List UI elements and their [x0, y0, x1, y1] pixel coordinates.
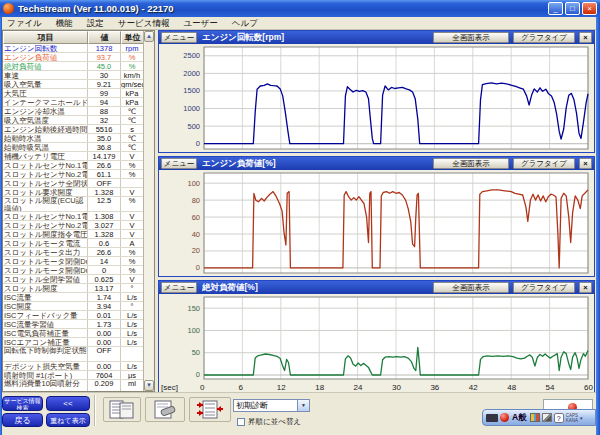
table-row[interactable]: スロットルセンサNo.2電圧3.027V: [3, 221, 144, 230]
scroll-up-icon[interactable]: ▲: [144, 31, 154, 42]
table-row[interactable]: ISC流量1.74L/s: [3, 293, 144, 302]
table-row[interactable]: ISC流量学習値1.73L/s: [3, 320, 144, 329]
table-row[interactable]: スロットル開度13.17°: [3, 284, 144, 293]
column-header-item[interactable]: 項目: [3, 31, 88, 44]
table-row[interactable]: スロットル開度(ECU認識値)12.5%: [3, 197, 144, 212]
row-label: スロットルモータ開側Duty比: [3, 266, 88, 274]
column-header-unit[interactable]: 単位: [121, 31, 144, 44]
row-value: 94: [88, 98, 121, 106]
diagnosis-mode-select[interactable]: 初期診断 ▼: [233, 399, 310, 412]
table-row[interactable]: スロットル要求開度1.328V: [3, 188, 144, 197]
table-row[interactable]: スロットルセンサNo.1電圧比26.6%: [3, 161, 144, 170]
ime-language-bar: A般 ? CAPS KANA ▾: [482, 409, 596, 426]
column-header-value[interactable]: 値: [88, 31, 121, 44]
menu-item-5[interactable]: ヘルプ: [225, 17, 265, 30]
table-row[interactable]: 吸入空気量9.21gm/sec: [3, 80, 144, 89]
svg-text:1000: 1000: [183, 104, 200, 113]
svg-text:60: 60: [192, 213, 200, 222]
minimize-button[interactable]: _: [548, 2, 563, 15]
table-row[interactable]: エンジン始動後経過時間5516s: [3, 125, 144, 134]
maximize-button[interactable]: □: [565, 2, 580, 15]
table-row[interactable]: スロットルセンサ全閉状態OFF: [3, 179, 144, 188]
row-unit: ml: [121, 380, 143, 391]
table-row[interactable]: 絶対負荷値45.0%: [3, 62, 144, 71]
ime-chevron-icon[interactable]: ▾: [580, 415, 583, 421]
fullscreen-button[interactable]: 全画面表示: [433, 32, 509, 43]
table-row[interactable]: スロットルモータ閉側Duty比14%: [3, 257, 144, 266]
table-row[interactable]: 噴射時間 #1(ポート)7604μs: [3, 371, 144, 380]
row-value: 0.625: [88, 275, 121, 283]
menu-item-4[interactable]: ユーザー: [176, 17, 224, 30]
ime-palette-icon[interactable]: [530, 413, 540, 422]
sort-compare-button[interactable]: [189, 397, 231, 422]
table-row[interactable]: 始動時吸気温36.8℃: [3, 143, 144, 152]
row-value: 26.6: [88, 161, 121, 169]
table-row[interactable]: スロットルモータ出力26.6%: [3, 248, 144, 257]
menu-item-3[interactable]: サービス情報: [111, 17, 177, 30]
back-button[interactable]: 戻る: [2, 413, 43, 427]
chart-menu-button[interactable]: メニュー: [161, 32, 197, 43]
fullscreen-button[interactable]: 全画面表示: [433, 158, 509, 169]
window-title: Techstream (Ver 11.00.019) - 22170: [18, 3, 546, 14]
table-row[interactable]: 吸入空気温度32℃: [3, 116, 144, 125]
table-row[interactable]: ISCフィードバック量0.01L/s: [3, 311, 144, 320]
row-label: スロットルセンサNo.1電圧: [3, 212, 88, 220]
table-row[interactable]: スロットルモータ開側Duty比0%: [3, 266, 144, 275]
menu-item-2[interactable]: 設定: [80, 17, 111, 30]
ime-mode-label[interactable]: A般: [512, 412, 527, 424]
table-row[interactable]: スロットルセンサNo.2電圧比61.1%: [3, 170, 144, 179]
chart-close-button[interactable]: ×: [579, 282, 592, 293]
table-row[interactable]: スロットルセンサNo.1電圧1.308V: [3, 212, 144, 221]
fullscreen-button[interactable]: 全画面表示: [433, 282, 509, 293]
close-button[interactable]: ×: [582, 2, 597, 15]
table-row[interactable]: ISC電気負荷補正量0.00L/s: [3, 329, 144, 338]
menu-item-1[interactable]: 機能: [49, 17, 80, 30]
overlay-display-button[interactable]: 重ねて表示: [46, 413, 90, 427]
table-row[interactable]: エンジン冷却水温88℃: [3, 107, 144, 116]
snapshot-button[interactable]: [145, 397, 185, 422]
chart-close-button[interactable]: ×: [579, 32, 592, 43]
table-row[interactable]: 回転低下時制御判定状態OFF: [3, 347, 144, 362]
chart-header: メニュー エンジン負荷値[%] 全画面表示 グラフタイプ ×: [159, 157, 594, 170]
table-scrollbar[interactable]: ▲ ▼: [143, 31, 154, 391]
table-row[interactable]: 大気圧99kPa: [3, 89, 144, 98]
service-info-search-button[interactable]: サービス情報検索: [2, 396, 43, 411]
checkbox-box[interactable]: [237, 418, 245, 426]
chevron-down-icon[interactable]: ▼: [297, 400, 309, 411]
keyboard-icon[interactable]: [486, 414, 498, 422]
graph-type-button[interactable]: グラフタイプ: [513, 282, 575, 293]
table-row[interactable]: 燃料消費量10回噴射分0.209ml: [3, 380, 144, 391]
menu-bar: ファイル機能設定サービス情報ユーザーヘルプ: [0, 17, 600, 30]
chart-close-button[interactable]: ×: [579, 158, 592, 169]
row-label: ISC流量学習値: [3, 320, 88, 328]
row-label: 始動時吸気温: [3, 143, 88, 151]
table-row[interactable]: スロットルモータ電流0.6A: [3, 239, 144, 248]
sort-ascending-checkbox[interactable]: 昇順に並べ替え: [237, 417, 301, 427]
table-row[interactable]: インテークマニホールド圧94kPa: [3, 98, 144, 107]
chart-menu-button[interactable]: メニュー: [161, 282, 197, 293]
table-row[interactable]: エンジン回転数1378rpm: [3, 44, 144, 53]
ime-tools-icon[interactable]: [542, 413, 552, 422]
ime-status-icon[interactable]: [500, 413, 509, 422]
table-row[interactable]: エンジン負荷値93.7%: [3, 53, 144, 62]
table-row[interactable]: スロットル開度指令電圧1.328V: [3, 230, 144, 239]
row-unit: μs: [121, 371, 143, 379]
graph-type-button[interactable]: グラフタイプ: [513, 158, 575, 169]
table-row[interactable]: 始動時水温35.0℃: [3, 134, 144, 143]
table-row[interactable]: デポジット損失空気量0.00L/s: [3, 362, 144, 371]
kana-label: KANA: [566, 418, 578, 423]
table-row[interactable]: スロットル全閉学習値0.625V: [3, 275, 144, 284]
row-label: スロットル開度指令電圧: [3, 230, 88, 238]
table-row[interactable]: ISC開度3.94°: [3, 302, 144, 311]
scroll-down-icon[interactable]: ▼: [144, 380, 154, 391]
help-icon[interactable]: ?: [554, 413, 564, 423]
data-list-button[interactable]: [103, 397, 141, 422]
table-row[interactable]: ISCエアコン補正量0.00L/s: [3, 338, 144, 347]
chart-menu-button[interactable]: メニュー: [161, 158, 197, 169]
table-row[interactable]: 補機バッテリ電圧14.179V: [3, 152, 144, 161]
window-frame-right: [596, 17, 600, 435]
graph-type-button[interactable]: グラフタイプ: [513, 32, 575, 43]
menu-item-0[interactable]: ファイル: [0, 17, 49, 30]
previous-button[interactable]: <<: [46, 396, 90, 411]
table-row[interactable]: 車速30km/h: [3, 71, 144, 80]
